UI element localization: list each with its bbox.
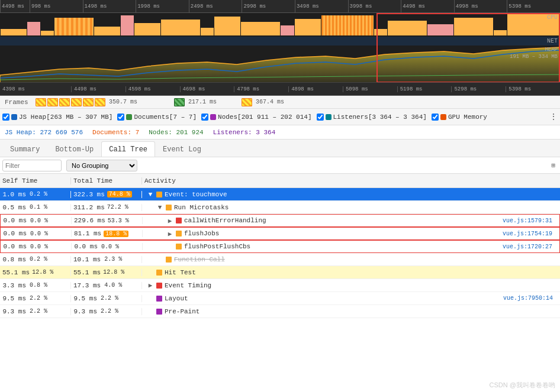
self-time-val: 0.0 ms [3, 243, 27, 250]
table-row[interactable]: 0.0 ms 0.0 % 81.1 ms 18.8 % ▶ flushJobs … [0, 227, 560, 240]
grouping-select[interactable]: No Grouping Group by domain Group by fol… [66, 160, 137, 171]
tab-call-tree[interactable]: Call Tree [101, 141, 155, 157]
tab-summary[interactable]: Summary [2, 141, 47, 157]
checkbox-gpumemory[interactable]: GPU Memory [432, 114, 487, 121]
total-pct-val: 2.2 % [99, 308, 118, 315]
self-pct-val: 0.0 % [29, 231, 48, 237]
frame-block-5 [95, 98, 105, 106]
gpumemory-label: GPU Memory [448, 114, 487, 121]
documents-dot [126, 114, 132, 120]
listeners-dot [326, 114, 332, 120]
expand-triangle[interactable]: ▼ [147, 191, 154, 198]
table-row[interactable]: 55.1 ms 12.8 % 55.1 ms 12.8 % ▶ Hit Test [0, 266, 560, 279]
checkbox-nodes-input[interactable] [201, 114, 208, 121]
self-pct-val: 0.0 % [29, 218, 48, 224]
checkbox-jsheap-input[interactable] [2, 114, 9, 121]
activity-text: flushJobs [184, 230, 500, 237]
total-pct-val: 12.8 % [103, 269, 124, 276]
gpumemory-dot [440, 114, 446, 120]
listeners-status: Listeners: 3 364 [213, 129, 276, 136]
expand-triangle[interactable]: ▶ [166, 230, 173, 238]
frames-label: Frames [0, 99, 36, 106]
total-time-val: 9.3 ms [73, 308, 97, 315]
checkbox-gpumemory-input[interactable] [432, 114, 439, 121]
frame-ms-1: 217.1 ms [188, 99, 217, 105]
ruler-tick-10: 5398 ms [507, 0, 560, 12]
color-dot [176, 244, 182, 250]
cpu-label: CPU [547, 14, 558, 21]
filter-input[interactable] [2, 160, 62, 171]
timeline-selection-box[interactable] [376, 13, 560, 83]
nodes-status: Nodes: 201 924 [149, 129, 203, 136]
self-time-val: 9.3 ms [2, 308, 26, 315]
frame-block-1 [47, 98, 58, 106]
checkbox-documents[interactable]: Documents[7 – 7] [117, 114, 197, 121]
self-pct-val: 2.2 % [28, 308, 47, 315]
self-time-val: 0.5 ms [2, 204, 26, 211]
timeline-tracks: CPU [0, 13, 560, 83]
activity-link[interactable]: vue.js:7950:14 [503, 295, 558, 302]
total-time-val: 0.0 ms [74, 243, 98, 250]
ruler-tick-8: 4498 ms [401, 0, 454, 12]
expand-triangle[interactable]: ▶ [166, 217, 173, 225]
frame-ms-0: 350.7 ms [109, 99, 137, 105]
activity-text: flushPostFlushCbs [184, 243, 500, 250]
expand-icon[interactable]: ⊞ [549, 160, 558, 170]
table-row[interactable]: 0.0 ms 0.0 % 0.0 ms 0.0 % ▶ flushPostFlu… [0, 240, 560, 253]
self-time-val: 9.5 ms [2, 295, 26, 302]
total-pct-val: 4.0 % [103, 282, 122, 289]
activity-link[interactable]: vue.js:1754:19 [503, 231, 557, 237]
ruler-tick-9: 4998 ms [454, 0, 507, 12]
total-time-val: 10.1 ms [73, 256, 101, 263]
checkbox-listeners-input[interactable] [317, 114, 324, 121]
activity-text: Event: touchmove [165, 191, 558, 198]
self-pct-val: 0.2 % [28, 191, 47, 197]
timeline-top: 4498 ms 998 ms 1498 ms 1998 ms 2498 ms 2… [0, 0, 560, 83]
expand-triangle[interactable]: ▶ [147, 281, 154, 289]
activity-text: Function Call [174, 256, 558, 263]
table-row[interactable]: 9.5 ms 2.2 % 9.5 ms 2.2 % ▶ Layout vue.j… [0, 292, 560, 305]
ruler-tick-5: 2998 ms [242, 0, 295, 12]
status-bar: JS Heap: 272 669 576 Documents: 7 Nodes:… [0, 125, 560, 140]
color-dot [156, 270, 162, 276]
table-row[interactable]: 1.0 ms 0.2 % 322.3 ms 74.8 % ▼ Event: to… [0, 188, 560, 201]
watermark: CSDN @我叫卷卷卷哟 [490, 381, 555, 390]
color-dot [156, 192, 162, 197]
settings-icon[interactable]: ⋮ [549, 112, 558, 122]
activity-link[interactable]: vue.js:1579:31 [503, 218, 557, 224]
activity-link[interactable]: vue.js:1720:27 [503, 244, 557, 250]
color-dot [156, 283, 162, 289]
frame-block-0 [36, 98, 46, 106]
total-pct-val: 72.2 % [107, 204, 128, 210]
ruler-tick-2: 1498 ms [83, 0, 136, 12]
tabs-row: Summary Bottom-Up Call Tree Event Log [0, 140, 560, 157]
checkbox-jsheap[interactable]: JS Heap[263 MB – 307 MB] [2, 114, 112, 121]
color-dot [176, 231, 182, 237]
memory-row: JS Heap[263 MB – 307 MB] Documents[7 – 7… [0, 109, 560, 125]
tab-bottom-up[interactable]: Bottom-Up [47, 141, 101, 157]
color-dot [176, 218, 182, 223]
ruler-tick-4: 2498 ms [189, 0, 242, 12]
self-pct-val: 2.2 % [28, 295, 47, 302]
activity-text: Layout [165, 295, 501, 302]
col-header-activity: Activity [142, 177, 560, 184]
table-row[interactable]: 3.3 ms 0.8 % 17.3 ms 4.0 % ▶ Event Timin… [0, 279, 560, 292]
tab-event-log[interactable]: Event Log [155, 141, 209, 157]
checkbox-documents-input[interactable] [117, 114, 124, 121]
table-row[interactable]: 0.0 ms 0.0 % 229.6 ms 53.3 % ▶ callWithE… [0, 214, 560, 227]
self-time-val: 3.3 ms [2, 282, 26, 289]
ruler-tick-6: 3498 ms [295, 0, 348, 12]
net-label: NET [547, 38, 558, 44]
activity-text: Hit Test [165, 269, 558, 276]
frame-block-2 [59, 98, 70, 106]
checkbox-listeners[interactable]: Listeners[3 364 – 3 364] [317, 114, 427, 121]
table-row[interactable]: 0.8 ms 0.2 % 10.1 ms 2.3 % ▶ Function Ca… [0, 253, 560, 266]
table-row[interactable]: 0.5 ms 0.1 % 311.2 ms 72.2 % ▼ Run Micro… [0, 201, 560, 214]
expand-triangle[interactable]: ▼ [156, 204, 163, 211]
checkbox-nodes[interactable]: Nodes[201 911 – 202 014] [201, 114, 311, 121]
self-time-val: 0.0 ms [3, 217, 27, 224]
total-pct-val: 0.0 % [100, 244, 119, 250]
table-row[interactable]: 9.3 ms 2.2 % 9.3 ms 2.2 % ▶ Pre-Paint [0, 305, 560, 318]
total-pct-val: 18.8 % [104, 231, 128, 237]
ruler-tick-0: 4498 ms [0, 0, 30, 12]
